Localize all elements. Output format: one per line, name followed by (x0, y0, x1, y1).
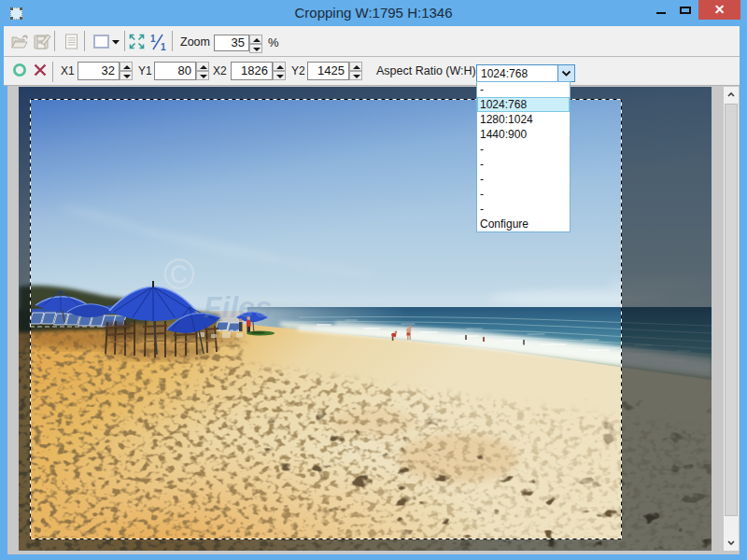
svg-text:©: © (163, 250, 195, 299)
svg-text:Files: Files (204, 290, 272, 324)
svg-text:1: 1 (161, 42, 166, 51)
svg-text:1: 1 (150, 34, 156, 44)
